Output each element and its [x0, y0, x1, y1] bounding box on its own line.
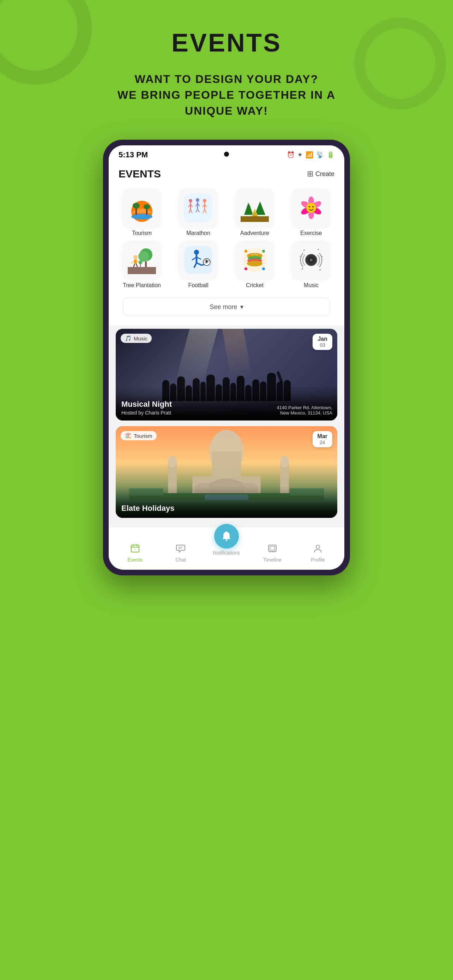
category-item-adventure[interactable]: Aadventure [229, 188, 281, 236]
category-label-cricket: Cricket [246, 282, 264, 289]
wifi-icon: 📶 [305, 151, 313, 159]
svg-point-70 [256, 255, 258, 255]
category-label-tree-plantation: Tree Plantation [123, 282, 161, 289]
see-more-label: See more [210, 303, 237, 311]
timeline-nav-label: Timeline [263, 557, 281, 563]
event-date-day-1: 03 [318, 342, 327, 348]
bluetooth-icon: ✴ [297, 151, 303, 159]
category-label-music: Music [304, 282, 319, 289]
category-label-tourism: Tourism [132, 230, 152, 236]
bell-icon [221, 530, 232, 542]
profile-nav-icon [313, 543, 323, 555]
music-badge-icon: 🎵 [125, 335, 132, 342]
category-icon-box-tree-plantation [122, 240, 161, 279]
camera-dot [224, 152, 229, 157]
svg-point-83 [319, 269, 321, 270]
event-badge-music: 🎵 Music [121, 334, 152, 343]
see-more-button[interactable]: See more ▾ [123, 298, 330, 316]
svg-point-108 [316, 545, 319, 549]
events-section: 🎵 Music Jan 03 Musical Night Hosted by C… [109, 325, 344, 527]
notifications-center-btn[interactable] [214, 524, 239, 549]
category-icon-box-exercise [292, 188, 331, 227]
category-item-football[interactable]: Football [172, 240, 224, 289]
svg-point-79 [318, 249, 319, 250]
category-item-tree-plantation[interactable]: Tree Plantation [116, 240, 168, 289]
event-name-elate-holidays: Elate Holidays [121, 504, 332, 513]
category-icon-box-football [179, 240, 218, 279]
category-icon-box-music [292, 240, 331, 279]
nav-item-profile[interactable]: Profile [295, 543, 341, 563]
top-section: EVENTS WANT TO DESIGN YOUR DAY?WE BRING … [118, 28, 335, 119]
create-button[interactable]: ⊞ Create [307, 169, 334, 178]
event-date-day-2: 24 [318, 439, 327, 445]
category-icon-box-adventure [235, 188, 274, 227]
svg-point-89 [280, 455, 289, 467]
svg-point-40 [312, 206, 314, 207]
event-badge-tourism: 🏖️ Tourism [121, 431, 157, 440]
status-icons: ⏰ ✴ 📶 📡 🔋 [287, 151, 334, 159]
event-info-elate-holidays: Elate Holidays [116, 499, 337, 518]
svg-point-82 [302, 268, 303, 269]
svg-rect-104 [270, 546, 275, 550]
category-grid: Tourism [109, 184, 344, 293]
category-label-exercise: Exercise [300, 230, 322, 236]
svg-point-68 [251, 255, 253, 255]
nav-item-notifications[interactable]: Notifications [203, 524, 250, 555]
category-item-tourism[interactable]: Tourism [116, 188, 168, 236]
create-label: Create [315, 170, 334, 178]
event-date-month-2: Mar [318, 433, 327, 439]
create-icon: ⊞ [307, 169, 313, 178]
category-item-cricket[interactable]: Cricket [229, 240, 281, 289]
phone-screen: 5:13 PM ⏰ ✴ 📶 📡 🔋 EVENTS ⊞ Create [109, 145, 344, 570]
event-card-elate-holidays[interactable]: 🏖️ Tourism Mar 24 Elate Holidays [116, 426, 337, 518]
event-date-month-1: Jan [318, 336, 327, 342]
category-icon-box-tourism [122, 188, 161, 227]
page-subtitle: WANT TO DESIGN YOUR DAY?WE BRING PEOPLE … [118, 71, 335, 119]
timeline-nav-icon [267, 543, 277, 555]
svg-point-51 [139, 261, 142, 264]
music-badge-label: Music [134, 336, 148, 342]
notifications-nav-label: Notifications [213, 550, 240, 555]
page-title: EVENTS [118, 28, 335, 57]
event-location-musical-night: 4140 Parker Rd. Allentown,New Mexico, 31… [277, 405, 332, 415]
svg-point-13 [196, 198, 199, 202]
svg-point-73 [245, 267, 247, 270]
battery-icon: 🔋 [327, 151, 334, 159]
svg-rect-6 [184, 194, 212, 222]
nav-item-timeline[interactable]: Timeline [250, 543, 295, 563]
category-item-exercise[interactable]: Exercise [285, 188, 337, 236]
nav-item-events[interactable]: Events [112, 543, 158, 563]
svg-point-7 [189, 199, 192, 202]
category-item-music[interactable]: Music [285, 240, 337, 289]
svg-point-101 [226, 539, 227, 541]
category-icon-box-marathon [179, 188, 218, 227]
chat-nav-label: Chat [176, 557, 186, 563]
svg-rect-45 [134, 259, 137, 264]
events-nav-label: Events [127, 557, 143, 563]
alarm-icon: ⏰ [287, 151, 295, 159]
status-time: 5:13 PM [119, 150, 148, 159]
app-header: EVENTS ⊞ Create [109, 162, 344, 184]
svg-point-1 [131, 214, 153, 220]
tourism-badge-label: Tourism [134, 433, 153, 439]
nav-item-chat[interactable]: Chat [158, 543, 204, 563]
svg-point-77 [310, 259, 313, 261]
svg-point-5 [144, 204, 150, 209]
svg-marker-26 [244, 202, 253, 215]
svg-point-3 [133, 203, 140, 208]
event-card-musical-night[interactable]: 🎵 Music Jan 03 Musical Night Hosted by C… [116, 329, 337, 420]
svg-point-54 [194, 250, 199, 255]
svg-point-19 [203, 199, 207, 202]
category-icon-box-cricket [235, 240, 274, 279]
category-item-marathon[interactable]: Marathon [172, 188, 224, 236]
svg-point-69 [254, 254, 256, 255]
category-label-football: Football [188, 282, 208, 289]
svg-point-44 [134, 255, 138, 259]
svg-rect-52 [128, 267, 156, 274]
category-label-marathon: Marathon [186, 230, 210, 236]
svg-point-67 [247, 261, 262, 266]
category-label-adventure: Aadventure [240, 230, 269, 236]
chat-nav-icon [176, 543, 186, 555]
event-date-musical-night: Jan 03 [313, 334, 332, 350]
svg-point-39 [309, 206, 310, 207]
